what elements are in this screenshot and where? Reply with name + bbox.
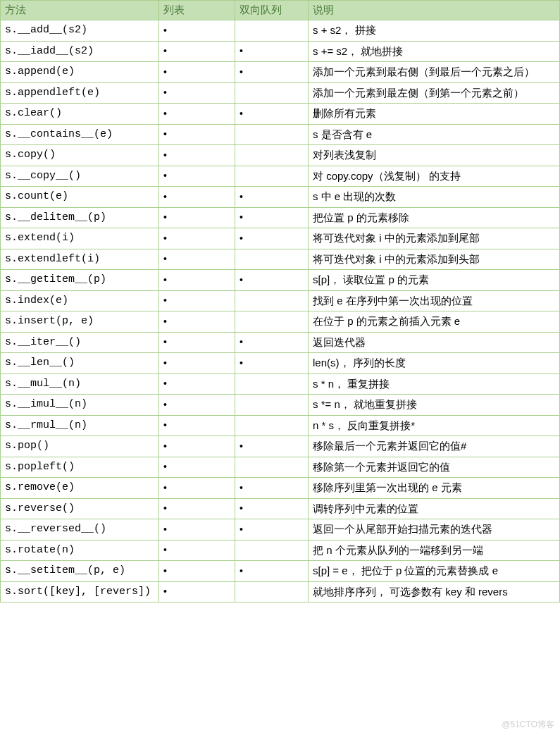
table-row: s.__getitem__(p)••s[p]， 读取位置 p 的元素 [1,270,560,291]
deque-support-cell [235,20,309,42]
header-deque: 双向队列 [235,1,309,20]
deque-support-cell: • [235,436,309,457]
method-cell: s.extendleft(i) [1,249,159,270]
list-support-cell: • [159,353,235,374]
table-row: s.__len__()••len(s)， 序列的长度 [1,353,560,374]
description-cell: 返回一个从尾部开始扫描元素的迭代器 [309,519,560,541]
table-row: s.__delitem__(p)••把位置 p 的元素移除 [1,207,560,228]
method-cell: s.copy() [1,145,159,166]
method-cell: s.__len__() [1,353,159,374]
deque-support-cell: • [235,228,309,249]
description-cell: 删除所有元素 [309,104,560,125]
table-row: s.__mul__(n)•s * n， 重复拼接 [1,373,560,395]
description-cell: len(s)， 序列的长度 [309,353,560,374]
description-cell: 把 n 个元素从队列的一端移到另一端 [309,540,560,561]
description-cell: s *= n， 就地重复拼接 [309,395,560,416]
deque-support-cell: • [235,41,309,62]
deque-support-cell [235,415,309,436]
table-row: s.__setitem__(p, e)••s[p] = e， 把位于 p 位置的… [1,561,560,582]
description-cell: 添加一个元素到最左侧（到第一个元素之前） [309,82,560,104]
list-support-cell: • [159,166,235,187]
table-row: s.sort([key], [revers])•就地排序序列， 可选参数有 ke… [1,581,560,603]
description-cell: 就地排序序列， 可选参数有 key 和 revers [309,581,560,603]
deque-support-cell [235,395,309,416]
method-cell: s.__reversed__() [1,519,159,541]
deque-support-cell [235,581,309,603]
description-cell: s + s2， 拼接 [309,20,560,42]
table-row: s.remove(e)••移除序列里第一次出现的 e 元素 [1,478,560,499]
method-cell: s.clear() [1,104,159,125]
deque-support-cell [235,124,309,145]
deque-support-cell [235,166,309,187]
method-cell: s.__contains__(e) [1,124,159,145]
list-support-cell: • [159,249,235,270]
deque-support-cell [235,457,309,478]
header-method: 方法 [1,1,159,20]
list-support-cell: • [159,540,235,561]
table-header-row: 方法 列表 双向队列 说明 [1,1,560,20]
deque-support-cell [235,82,309,104]
deque-support-cell: • [235,561,309,582]
method-cell: s.__add__(s2) [1,20,159,42]
method-cell: s.sort([key], [revers]) [1,581,159,603]
deque-support-cell: • [235,104,309,125]
table-row: s.reverse()••调转序列中元素的位置 [1,498,560,519]
deque-support-cell: • [235,478,309,499]
table-row: s.appendleft(e)•添加一个元素到最左侧（到第一个元素之前） [1,82,560,104]
description-cell: s 中 e 出现的次数 [309,187,560,208]
deque-support-cell: • [235,62,309,83]
table-row: s.insert(p, e)•在位于 p 的元素之前插入元素 e [1,311,560,333]
method-cell: s.__copy__() [1,166,159,187]
table-body: s.__add__(s2)•s + s2， 拼接s.__iadd__(s2)••… [1,20,560,603]
table-row: s.extend(i)••将可迭代对象 i 中的元素添加到尾部 [1,228,560,249]
list-support-cell: • [159,20,235,42]
list-support-cell: • [159,41,235,62]
list-support-cell: • [159,187,235,208]
method-cell: s.extend(i) [1,228,159,249]
deque-support-cell [235,373,309,395]
method-cell: s.__setitem__(p, e) [1,561,159,582]
deque-support-cell: • [235,332,309,353]
list-support-cell: • [159,415,235,436]
list-support-cell: • [159,228,235,249]
description-cell: 找到 e 在序列中第一次出现的位置 [309,290,560,311]
method-cell: s.__getitem__(p) [1,270,159,291]
list-support-cell: • [159,290,235,311]
description-cell: 移除第一个元素并返回它的值 [309,457,560,478]
list-support-cell: • [159,457,235,478]
description-cell: s[p] = e， 把位于 p 位置的元素替换成 e [309,561,560,582]
list-support-cell: • [159,395,235,416]
list-support-cell: • [159,478,235,499]
description-cell: 添加一个元素到最右侧（到最后一个元素之后） [309,62,560,83]
description-cell: s[p]， 读取位置 p 的元素 [309,270,560,291]
description-cell: 对列表浅复制 [309,145,560,166]
table-row: s.__copy__()•对 copy.copy（浅复制） 的支持 [1,166,560,187]
header-list: 列表 [159,1,235,20]
table-row: s.extendleft(i)•将可迭代对象 i 中的元素添加到头部 [1,249,560,270]
method-cell: s.popleft() [1,457,159,478]
table-row: s.rotate(n)•把 n 个元素从队列的一端移到另一端 [1,540,560,561]
table-row: s.__add__(s2)•s + s2， 拼接 [1,20,560,42]
method-cell: s.insert(p, e) [1,311,159,333]
list-support-cell: • [159,332,235,353]
method-cell: s.__iter__() [1,332,159,353]
method-cell: s.__mul__(n) [1,373,159,395]
description-cell: 将可迭代对象 i 中的元素添加到尾部 [309,228,560,249]
table-row: s.clear()••删除所有元素 [1,104,560,125]
method-cell: s.index(e) [1,290,159,311]
method-cell: s.append(e) [1,62,159,83]
list-support-cell: • [159,270,235,291]
deque-support-cell: • [235,270,309,291]
list-support-cell: • [159,104,235,125]
header-desc: 说明 [309,1,560,20]
description-cell: s * n， 重复拼接 [309,373,560,395]
deque-support-cell: • [235,498,309,519]
description-cell: 返回迭代器 [309,332,560,353]
method-cell: s.appendleft(e) [1,82,159,104]
table-row: s.__imul__(n)•s *= n， 就地重复拼接 [1,395,560,416]
deque-support-cell [235,540,309,561]
list-support-cell: • [159,373,235,395]
list-support-cell: • [159,145,235,166]
method-cell: s.__iadd__(s2) [1,41,159,62]
description-cell: 将可迭代对象 i 中的元素添加到头部 [309,249,560,270]
